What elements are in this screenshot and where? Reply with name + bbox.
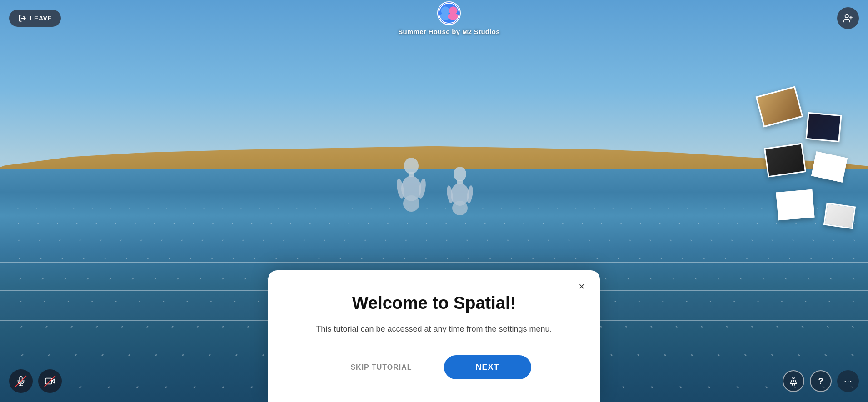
modal-title: Welcome to Spatial!: [295, 293, 573, 314]
skip-tutorial-button[interactable]: SKIP TUTORIAL: [337, 357, 425, 378]
close-icon: ×: [579, 281, 585, 293]
modal-overlay: × Welcome to Spatial! This tutorial can …: [0, 0, 868, 402]
modal-close-button[interactable]: ×: [574, 278, 590, 295]
next-label: NEXT: [476, 362, 499, 372]
skip-label: SKIP TUTORIAL: [350, 363, 412, 371]
tutorial-modal: × Welcome to Spatial! This tutorial can …: [268, 270, 600, 402]
modal-actions: SKIP TUTORIAL NEXT: [295, 355, 573, 379]
modal-subtitle: This tutorial can be accessed at any tim…: [295, 323, 573, 335]
next-button[interactable]: NEXT: [444, 355, 531, 379]
